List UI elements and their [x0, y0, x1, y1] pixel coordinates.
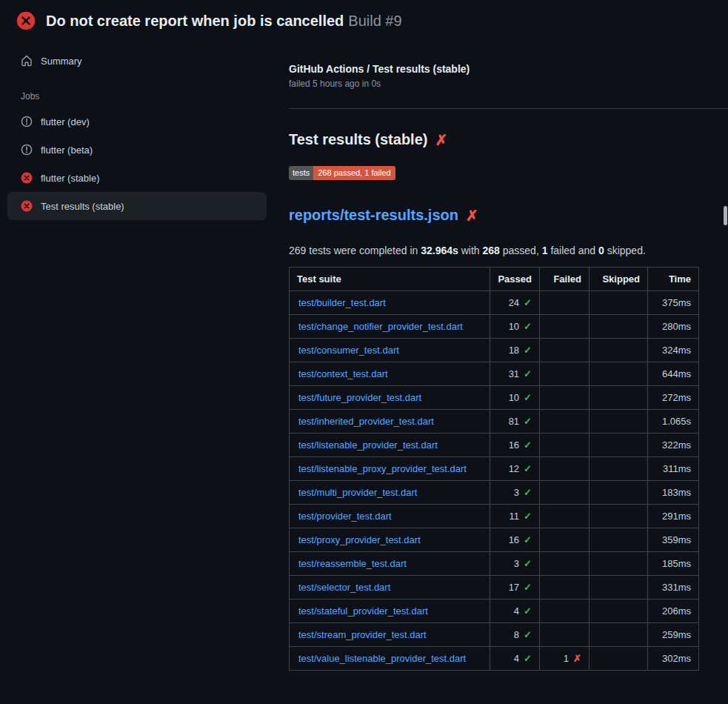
check-icon: ✓	[524, 321, 532, 332]
divider	[289, 108, 728, 109]
summary-passed: 268	[483, 245, 500, 256]
suite-link[interactable]: test/provider_test.dart	[298, 511, 392, 522]
scrollbar-thumb[interactable]	[724, 206, 727, 225]
section-title: Test results (stable) ✗	[289, 131, 728, 148]
suite-link[interactable]: test/reassemble_test.dart	[298, 558, 407, 569]
passed-count: 16	[509, 534, 519, 545]
cell-skipped	[590, 528, 648, 552]
cell-time: 183ms	[648, 481, 699, 505]
check-icon: ✓	[524, 392, 532, 403]
cell-skipped	[590, 552, 648, 576]
cell-time: 206ms	[648, 600, 699, 623]
passed-count: 10	[509, 392, 519, 403]
suite-link[interactable]: test/change_notifier_provider_test.dart	[298, 321, 463, 332]
table-row: test/value_listenable_provider_test.dart…	[290, 647, 699, 671]
table-row: test/listenable_provider_test.dart 16✓ 3…	[290, 434, 699, 457]
jobs-section-label: Jobs	[7, 75, 267, 107]
cell-failed	[540, 410, 590, 434]
layout: Summary Jobs flutter (dev)	[0, 38, 728, 671]
check-icon: ✓	[524, 534, 532, 545]
failed-count: 1	[564, 653, 569, 664]
sidebar-item-summary[interactable]: Summary	[7, 47, 267, 75]
cell-skipped	[590, 576, 648, 600]
table-row: test/stateful_provider_test.dart 4✓ 206m…	[290, 600, 699, 623]
job-status-icon	[21, 144, 33, 156]
check-icon: ✓	[524, 653, 532, 664]
passed-count: 4	[514, 653, 519, 664]
cell-passed: 4✓	[490, 647, 540, 671]
cell-passed: 17✓	[490, 576, 540, 600]
suite-link[interactable]: test/multi_provider_test.dart	[298, 487, 417, 498]
check-icon: ✓	[524, 487, 532, 498]
job-label: Test results (stable)	[41, 201, 124, 212]
sidebar: Summary Jobs flutter (dev)	[0, 38, 273, 220]
job-status-icon	[21, 200, 33, 212]
cell-skipped	[590, 362, 648, 386]
cell-failed	[540, 552, 590, 576]
table-row: test/provider_test.dart 11✓ 291ms	[290, 505, 699, 528]
cell-suite: test/context_test.dart	[290, 362, 490, 386]
cell-time: 331ms	[648, 576, 699, 600]
table-row: test/builder_test.dart 24✓ 375ms	[290, 291, 699, 315]
cell-failed	[540, 623, 590, 647]
suite-link[interactable]: test/inherited_provider_test.dart	[298, 416, 434, 427]
passed-count: 24	[509, 297, 519, 308]
cell-skipped	[590, 623, 648, 647]
cell-skipped	[590, 410, 648, 434]
cell-time: 311ms	[648, 457, 699, 481]
check-icon: ✓	[524, 558, 532, 569]
table-row: test/proxy_provider_test.dart 16✓ 359ms	[290, 528, 699, 552]
suite-link[interactable]: test/consumer_test.dart	[298, 345, 399, 356]
suite-link[interactable]: test/listenable_proxy_provider_test.dart	[298, 463, 467, 474]
cell-skipped	[590, 457, 648, 481]
cell-time: 375ms	[648, 291, 699, 315]
suite-link[interactable]: test/stream_provider_test.dart	[298, 629, 427, 640]
sidebar-job-item-0[interactable]: flutter (dev)	[7, 107, 267, 136]
section-title-text: Test results (stable)	[289, 131, 427, 148]
cell-time: 272ms	[648, 386, 699, 410]
cell-skipped	[590, 339, 648, 362]
cell-passed: 3✓	[490, 552, 540, 576]
col-header-failed: Failed	[540, 268, 590, 291]
cell-suite: test/value_listenable_provider_test.dart	[290, 647, 490, 671]
cell-skipped	[590, 434, 648, 457]
cell-suite: test/consumer_test.dart	[290, 339, 490, 362]
job-status-icon	[21, 172, 33, 184]
cell-suite: test/proxy_provider_test.dart	[290, 528, 490, 552]
cell-passed: 24✓	[490, 291, 540, 315]
report-title: reports/test-results.json ✗	[289, 207, 728, 224]
table-header-row: Test suite Passed Failed Skipped Time	[290, 268, 699, 291]
suite-link[interactable]: test/proxy_provider_test.dart	[298, 534, 421, 545]
cell-passed: 18✓	[490, 339, 540, 362]
suite-link[interactable]: test/stateful_provider_test.dart	[298, 605, 428, 617]
cell-time: 322ms	[648, 434, 699, 457]
check-icon: ✓	[524, 629, 532, 640]
suite-link[interactable]: test/builder_test.dart	[298, 297, 386, 308]
job-label: flutter (dev)	[41, 116, 90, 127]
table-row: test/stream_provider_test.dart 8✓ 259ms	[290, 623, 699, 647]
summary-p1: 269 tests were completed in	[289, 245, 421, 256]
sidebar-job-item-2[interactable]: flutter (stable)	[7, 164, 267, 192]
suite-link[interactable]: test/listenable_provider_test.dart	[298, 439, 438, 451]
suite-link[interactable]: test/value_listenable_provider_test.dart	[298, 653, 466, 664]
col-header-skipped: Skipped	[590, 268, 648, 291]
suite-link[interactable]: test/selector_test.dart	[298, 582, 390, 593]
suite-link[interactable]: test/future_provider_test.dart	[298, 392, 421, 403]
summary-skipped: 0	[598, 245, 604, 256]
run-title-text: Do not create report when job is cancell…	[46, 13, 344, 29]
badge-label: tests	[289, 166, 313, 180]
passed-count: 3	[514, 558, 519, 569]
report-link[interactable]: reports/test-results.json	[289, 207, 458, 224]
cell-passed: 4✓	[490, 600, 540, 623]
sidebar-job-item-3[interactable]: Test results (stable)	[7, 192, 267, 220]
suite-link[interactable]: test/context_test.dart	[298, 368, 388, 379]
cell-suite: test/selector_test.dart	[290, 576, 490, 600]
cell-suite: test/inherited_provider_test.dart	[290, 410, 490, 434]
cell-suite: test/reassemble_test.dart	[290, 552, 490, 576]
check-icon: ✓	[524, 463, 532, 474]
sidebar-job-item-1[interactable]: flutter (beta)	[7, 136, 267, 164]
cell-time: 1.065s	[648, 410, 699, 434]
summary-failed: 1	[542, 245, 548, 256]
job-label: flutter (beta)	[41, 145, 93, 156]
cell-passed: 10✓	[490, 315, 540, 339]
